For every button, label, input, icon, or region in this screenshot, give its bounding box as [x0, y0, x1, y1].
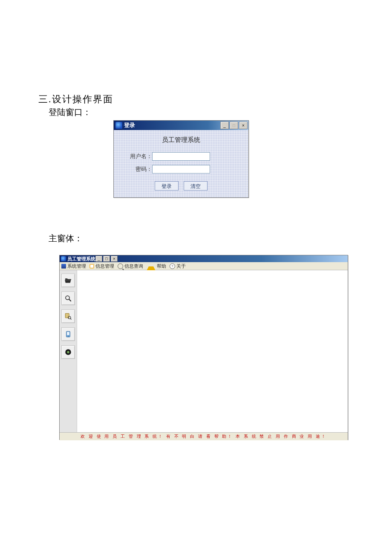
clear-button[interactable]: 清空: [184, 181, 208, 191]
section-heading: 三.设计操作界面: [38, 93, 113, 106]
svg-rect-2: [65, 313, 69, 318]
menu-query[interactable]: 信息查询: [118, 263, 143, 269]
svg-line-1: [69, 299, 71, 301]
toolbar-record[interactable]: [61, 345, 75, 359]
close-button[interactable]: ×: [111, 256, 118, 262]
login-body-title: 员工管理系统: [114, 136, 248, 144]
toolbar-folder-open[interactable]: [61, 274, 75, 287]
menu-label: 信息查询: [124, 263, 143, 269]
user-search-icon: [64, 312, 72, 320]
toolbar: [60, 270, 77, 432]
svg-line-4: [70, 318, 71, 319]
main-section-label: 主窗体：: [49, 233, 83, 244]
maximize-button: □: [230, 121, 238, 129]
menu-about[interactable]: ?关于: [170, 263, 186, 269]
password-input[interactable]: [152, 165, 210, 173]
main-window: 员工管理系统 _ □ × 系统管理 信息管理 信息查询 帮助 ?关于: [59, 255, 348, 440]
maximize-button[interactable]: □: [103, 256, 110, 262]
toolbar-search[interactable]: [61, 292, 75, 305]
svg-point-7: [68, 335, 69, 336]
svg-rect-6: [67, 332, 69, 335]
username-label: 用户名：: [126, 153, 152, 160]
device-icon: [64, 330, 72, 338]
toolbar-user-search[interactable]: [61, 309, 75, 323]
login-window: 登录 _ □ × 员工管理系统 用户名： 密码： 登录 清空: [113, 120, 249, 198]
menu-label: 系统管理: [67, 263, 86, 269]
login-button[interactable]: 登录: [155, 181, 179, 191]
main-client-area: [60, 270, 348, 432]
menubar: 系统管理 信息管理 信息查询 帮助 ?关于: [60, 262, 348, 270]
menu-system[interactable]: 系统管理: [61, 263, 86, 269]
svg-point-9: [67, 351, 69, 353]
status-text: 欢 迎 使 用 员 工 管 理 系 统！ 有 不 明 白 请 看 帮 助！ 本 …: [81, 434, 327, 439]
record-icon: [64, 348, 72, 356]
menu-help[interactable]: 帮助: [147, 262, 166, 271]
app-icon: [61, 256, 66, 261]
help-icon: [147, 262, 156, 271]
app-icon: [115, 122, 122, 129]
main-titlebar: 员工管理系统 _ □ ×: [60, 255, 348, 262]
toolbar-device[interactable]: [61, 327, 75, 341]
menu-label: 帮助: [157, 263, 166, 269]
folder-open-icon: [64, 277, 72, 284]
system-icon: [61, 264, 66, 269]
main-title: 员工管理系统: [67, 256, 95, 262]
search-icon: [64, 295, 72, 302]
username-input[interactable]: [152, 152, 210, 161]
login-section-label: 登陆窗口：: [49, 107, 91, 118]
info-icon: [89, 264, 94, 269]
menu-info[interactable]: 信息管理: [89, 263, 114, 269]
minimize-button[interactable]: _: [220, 121, 229, 129]
menu-label: 关于: [176, 263, 186, 269]
statusbar: 欢 迎 使 用 员 工 管 理 系 统！ 有 不 明 白 请 看 帮 助！ 本 …: [60, 432, 348, 440]
minimize-button[interactable]: _: [95, 256, 102, 262]
query-icon: [118, 263, 123, 269]
close-button[interactable]: ×: [239, 121, 248, 129]
login-title: 登录: [124, 121, 135, 129]
login-titlebar: 登录 _ □ ×: [114, 121, 248, 130]
password-label: 密码：: [126, 165, 152, 173]
about-icon: ?: [170, 263, 175, 269]
svg-point-0: [66, 296, 69, 300]
menu-label: 信息管理: [95, 263, 114, 269]
